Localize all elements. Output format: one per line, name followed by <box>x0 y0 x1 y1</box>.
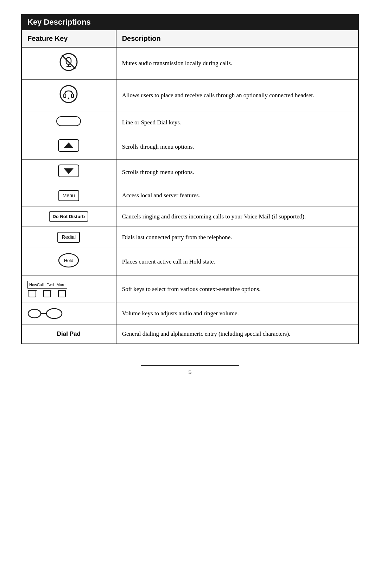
svg-point-15 <box>28 309 41 318</box>
description-cell-softkeys: Soft keys to select from various context… <box>116 276 358 303</box>
description-cell-headset: Allows users to place and receive calls … <box>116 79 358 111</box>
feature-key-cell-scroll-down <box>22 160 116 185</box>
table-row: Do Not Disturb Cancels ringing and direc… <box>22 206 358 227</box>
menu-button-icon: Menu <box>58 190 79 201</box>
table-row: NewCall Fwd More <box>22 276 358 303</box>
softkey-fwd-label: Fwd <box>46 282 54 288</box>
description-cell-volume: Volume keys to adjusts audio and ringer … <box>116 303 358 324</box>
table-row: Redial Dials last connected party from t… <box>22 227 358 248</box>
scroll-down-icon <box>58 165 79 177</box>
softkey-labels: NewCall Fwd More <box>27 281 67 289</box>
svg-point-5 <box>60 86 77 103</box>
svg-text:Hold: Hold <box>64 258 74 263</box>
table-wrapper: Feature Key Description <box>21 30 359 344</box>
description-cell-redial: Dials last connected party from the tele… <box>116 227 358 248</box>
softkey-newcall-label: NewCall <box>29 282 44 288</box>
feature-key-cell-softkeys: NewCall Fwd More <box>22 276 116 303</box>
line-key-icon <box>56 116 81 126</box>
softkey-1-icon <box>27 290 37 298</box>
key-descriptions-table: Feature Key Description <box>22 30 358 343</box>
softkey-more-label: More <box>57 282 65 288</box>
footer-divider <box>141 365 239 366</box>
redial-button-icon: Redial <box>57 232 80 243</box>
table-row: Scrolls through menu options. <box>22 160 358 185</box>
table-row: Mutes audio transmission locally during … <box>22 47 358 79</box>
table-row: Allows users to place and receive calls … <box>22 79 358 111</box>
col-header-feature-key: Feature Key <box>22 30 116 47</box>
feature-key-cell-dnd: Do Not Disturb <box>22 206 116 227</box>
page-container: Key Descriptions Feature Key Description <box>21 14 359 376</box>
feature-key-cell-menu: Menu <box>22 185 116 206</box>
table-row: Menu Access local and server features. <box>22 185 358 206</box>
description-cell-scroll-down: Scrolls through menu options. <box>116 160 358 185</box>
feature-key-cell-line <box>22 111 116 134</box>
softkey-3-icon <box>57 290 67 298</box>
description-cell-dialpad: General dialing and alphanumeric entry (… <box>116 324 358 343</box>
feature-key-cell-dialpad: dial_pad Dial Pad <box>22 324 116 343</box>
section-header: Key Descriptions <box>21 14 359 30</box>
table-row: Hold Places current active call in Hold … <box>22 248 358 276</box>
col-header-description: Description <box>116 30 358 47</box>
description-cell-scroll-up: Scrolls through menu options. <box>116 134 358 160</box>
hold-button-icon: Hold <box>58 262 79 269</box>
feature-key-cell-hold: Hold <box>22 248 116 276</box>
table-row: Line or Speed Dial keys. <box>22 111 358 134</box>
table-header-row: Feature Key Description <box>22 30 358 47</box>
description-cell-hold: Places current active call in Hold state… <box>116 248 358 276</box>
softkeys-icon: NewCall Fwd More <box>27 281 110 298</box>
description-cell-line: Line or Speed Dial keys. <box>116 111 358 134</box>
footer: 5 <box>21 344 359 376</box>
svg-point-17 <box>46 309 62 318</box>
dnd-button-icon: Do Not Disturb <box>49 211 88 222</box>
table-row: Volume keys to adjusts audio and ringer … <box>22 303 358 324</box>
feature-key-cell-redial: Redial <box>22 227 116 248</box>
feature-key-cell-headset <box>22 79 116 111</box>
table-row: Scrolls through menu options. <box>22 134 358 160</box>
svg-rect-7 <box>71 94 74 98</box>
feature-key-cell-scroll-up <box>22 134 116 160</box>
scroll-up-icon <box>58 139 79 152</box>
table-row: dial_pad Dial Pad General dialing and al… <box>22 324 358 343</box>
section-title: Key Descriptions <box>27 18 91 26</box>
page-number: 5 <box>189 369 192 376</box>
mute-icon <box>59 66 78 73</box>
feature-key-cell-volume <box>22 303 116 324</box>
description-cell-menu: Access local and server features. <box>116 185 358 206</box>
dial-pad-text: Dial Pad <box>57 330 81 337</box>
softkey-2-icon <box>42 290 52 298</box>
headset-icon <box>59 98 78 105</box>
description-cell-mute: Mutes audio transmission locally during … <box>116 47 358 79</box>
description-cell-dnd: Cancels ringing and directs incoming cal… <box>116 206 358 227</box>
volume-keys-icon <box>27 308 110 319</box>
softkey-buttons <box>27 290 67 298</box>
svg-rect-6 <box>64 94 66 98</box>
feature-key-cell-mute <box>22 47 116 79</box>
